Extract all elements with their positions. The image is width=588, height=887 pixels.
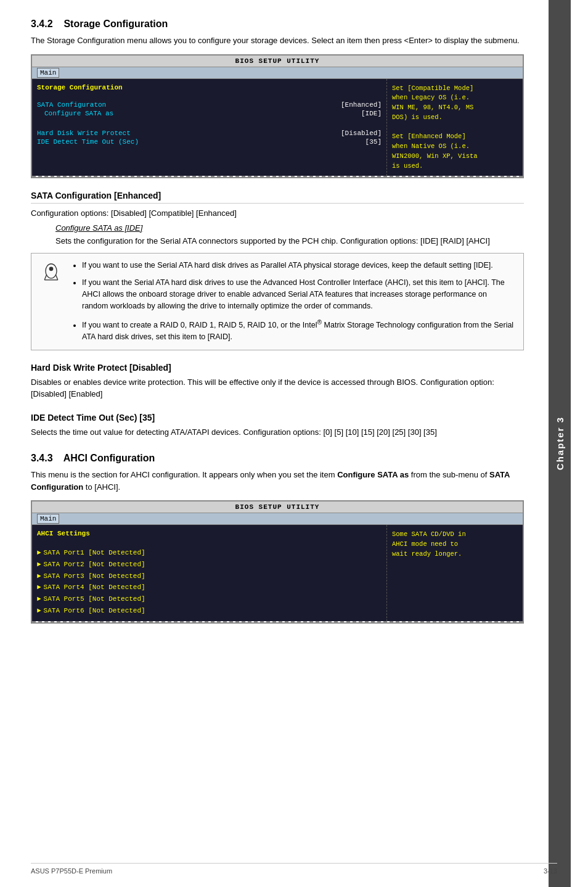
section-342-title: 3.4.2 Storage Configuration (31, 19, 524, 30)
bios-configure-sata-label: Configure SATA as (37, 110, 361, 117)
bios-ahci-ports: ►SATA Port1 [Not Detected] ►SATA Port2 [… (37, 547, 382, 616)
sata-config-options: Configuration options: [Disabled] [Compa… (31, 207, 524, 220)
sata-config-indent: Configure SATA as [IDE] Sets the configu… (55, 223, 524, 247)
ide-detect-desc: Selects the time out value for detecting… (31, 426, 524, 439)
bios-left-1: Storage Configuration SATA Configuraton … (32, 79, 387, 176)
section-number: 3.4.2 (31, 19, 53, 29)
bios-header-2: BIOS SETUP UTILITY (32, 501, 523, 513)
bios-ide-detect-label: IDE Detect Time Out (Sec) (37, 138, 365, 146)
bios-storage-config-title: Storage Configuration (37, 84, 382, 91)
bios-right-text-1: Set [Compatible Mode]when Legacy OS (i.e… (392, 85, 478, 170)
section-343-title: 3.4.3 AHCI Configuration (31, 453, 524, 464)
note-item-3: If you want to create a RAID 0, RAID 1, … (82, 318, 515, 344)
section-343: 3.4.3 AHCI Configuration This menu is th… (31, 453, 524, 624)
bios-row-configure-sata-as: Configure SATA as [IDE] (37, 110, 382, 117)
sata-config-title: SATA Configuration [Enhanced] (31, 191, 524, 204)
bios-port-3: ►SATA Port3 [Not Detected] (37, 571, 382, 582)
section-343-heading: AHCI Configuration (63, 453, 155, 463)
bios-hdwp-label: Hard Disk Write Protect (37, 130, 341, 137)
bios-separator-1 (32, 176, 523, 177)
ide-detect-title: IDE Detect Time Out (Sec) [35] (31, 413, 524, 423)
svg-line-1 (44, 274, 47, 280)
note-item-2: If you want the Serial ATA hard disk dri… (82, 277, 515, 313)
svg-point-4 (49, 267, 52, 270)
bios-hdwp-group: Hard Disk Write Protect [Disabled] IDE D… (37, 130, 382, 146)
hdwp-title: Hard Disk Write Protect [Disabled] (31, 363, 524, 373)
note-item-1: If you want to use the Serial ATA hard d… (82, 260, 515, 271)
bios-ide-detect-value: [35] (365, 138, 382, 146)
page-footer: ASUS P7P55D-E Premium 3-13 (31, 863, 557, 875)
section-342-desc: The Storage Configuration menu allows yo… (31, 35, 524, 47)
configure-sata-label: Configure SATA as [IDE] (55, 223, 524, 233)
note-list: If you want to use the Serial ATA hard d… (72, 260, 515, 343)
note-box: If you want to use the Serial ATA hard d… (31, 253, 524, 350)
note-icon (40, 260, 65, 343)
bios-header-1: BIOS SETUP UTILITY (32, 56, 523, 67)
bios-row-sata-config: SATA Configuraton [Enhanced] (37, 101, 382, 109)
svg-line-2 (55, 274, 58, 280)
bios-row-hdwp: Hard Disk Write Protect [Disabled] (37, 130, 382, 137)
chapter-label: Chapter 3 (555, 416, 565, 470)
bios-ahci-left: AHCI Settings ►SATA Port1 [Not Detected]… (32, 525, 387, 621)
footer-right: 3-13 (544, 867, 557, 875)
hdwp-desc: Disables or enables device write protect… (31, 376, 524, 400)
section-heading: Storage Configuration (63, 19, 168, 29)
bios-port-1: ►SATA Port1 [Not Detected] (37, 547, 382, 559)
bios-nav-2: Main (32, 513, 523, 525)
bios-sata-value: [Enhanced] (341, 101, 382, 109)
bios-hdwp-value: [Disabled] (341, 130, 382, 137)
bios-nav-main-2: Main (37, 514, 59, 524)
svg-point-0 (46, 264, 57, 278)
bios-body-1: Storage Configuration SATA Configuraton … (32, 79, 523, 176)
bios-setup-box-1: BIOS SETUP UTILITY Main Storage Configur… (31, 54, 524, 179)
bios-body-2: AHCI Settings ►SATA Port1 [Not Detected]… (32, 525, 523, 621)
footer-left: ASUS P7P55D-E Premium (31, 867, 112, 875)
bios-row-ide-detect: IDE Detect Time Out (Sec) [35] (37, 138, 382, 146)
bios-right-text-2: Some SATA CD/DVD inAHCI mode need towait… (392, 530, 466, 558)
bios-nav-1: Main (32, 67, 523, 79)
configure-sata-desc: Sets the configuration for the Serial AT… (55, 235, 524, 247)
chapter-tab: Chapter 3 (549, 0, 571, 887)
bios-separator-2 (32, 621, 523, 622)
bios-nav-main: Main (37, 68, 59, 78)
bios-sata-label: SATA Configuraton (37, 101, 341, 109)
bios-right-1: Set [Compatible Mode]when Legacy OS (i.e… (387, 79, 523, 176)
bios-ahci-settings-title: AHCI Settings (37, 530, 382, 537)
section-343-desc: This menu is the section for AHCI config… (31, 469, 524, 493)
bios-port-4: ►SATA Port4 [Not Detected] (37, 582, 382, 593)
bios-port-5: ►SATA Port5 [Not Detected] (37, 593, 382, 605)
bios-right-2: Some SATA CD/DVD inAHCI mode need towait… (387, 525, 523, 621)
section-343-number: 3.4.3 (31, 453, 53, 463)
bios-configure-sata-value: [IDE] (361, 110, 382, 117)
bios-sata-config-group: SATA Configuraton [Enhanced] Configure S… (37, 101, 382, 117)
bios-port-2: ►SATA Port2 [Not Detected] (37, 559, 382, 571)
bios-setup-box-2: BIOS SETUP UTILITY Main AHCI Settings ►S… (31, 500, 524, 624)
note-content: If you want to use the Serial ATA hard d… (72, 260, 515, 343)
bios-port-6: ►SATA Port6 [Not Detected] (37, 605, 382, 617)
hand-icon (40, 262, 62, 284)
